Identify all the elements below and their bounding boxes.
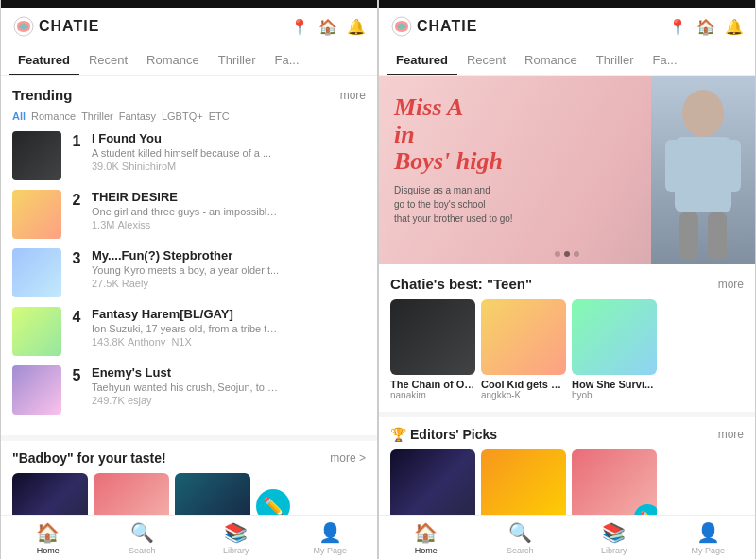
editor-thumb-1 — [390, 449, 475, 515]
trending-item-2[interactable]: 2 THEIR DESIRE One girl and three guys -… — [12, 190, 366, 239]
trending-item-4[interactable]: 4 Fantasy Harem[BL/GAY] Ion Suzuki, 17 y… — [12, 307, 366, 356]
trending-author-4: Anthony_N1X — [128, 336, 192, 347]
hero-dots — [555, 251, 579, 257]
editor-book-2[interactable]: Love On A Plane kairo_033 — [481, 449, 566, 515]
trending-thumb-2 — [12, 190, 61, 239]
teen-book-3[interactable]: How She Survi... hyob — [572, 299, 657, 400]
editor-book-3[interactable]: ✏️ Claimed by a W... ACIEE — [572, 449, 657, 515]
teen-book-2[interactable]: Cool Kid gets Bull... angkko-K — [481, 299, 566, 400]
store-icon-right[interactable]: 🏠 — [696, 18, 715, 36]
pin-icon[interactable]: 📍 — [290, 18, 309, 36]
bottom-nav-library-right[interactable]: 📚 Library — [567, 521, 662, 555]
teen-more[interactable]: more — [718, 278, 744, 291]
trending-title-4: Fantasy Harem[BL/GAY] — [92, 307, 366, 321]
editors-more[interactable]: more — [718, 428, 744, 441]
badboy-fab[interactable]: ✏️ — [256, 489, 290, 515]
library-label-right: Library — [601, 546, 627, 555]
teen-book-title-3: How She Survi... — [572, 379, 657, 390]
bottom-nav-mypage-left[interactable]: 👤 My Page — [284, 521, 378, 555]
library-icon-right: 📚 — [602, 521, 626, 544]
content-right: Miss A in Boys' high Disguise as a man a… — [379, 76, 755, 515]
tab-recent-right[interactable]: Recent — [457, 45, 515, 75]
hero-subtitle: Disguise as a man andgo to the boy's sch… — [394, 183, 513, 226]
badboy-book-3[interactable] — [175, 473, 250, 515]
bottom-nav-library-left[interactable]: 📚 Library — [189, 521, 284, 555]
teen-book-thumb-2 — [481, 299, 566, 375]
store-icon[interactable]: 🏠 — [318, 18, 337, 36]
trending-meta-3: 27.5K Raely — [92, 278, 366, 289]
hero-title: Miss A in Boys' high — [394, 94, 513, 176]
hero-dot-2 — [564, 251, 570, 257]
bottom-nav-mypage-right[interactable]: 👤 My Page — [662, 521, 756, 555]
filter-romance[interactable]: Romance — [31, 110, 76, 122]
filter-fantasy[interactable]: Fantasy — [119, 110, 156, 122]
bell-icon[interactable]: 🔔 — [347, 18, 366, 36]
badboy-books: ✏️ — [12, 473, 366, 515]
filter-thriller[interactable]: Thriller — [81, 110, 113, 122]
tab-more-left[interactable]: Fa... — [265, 45, 308, 75]
teen-book-author-3: hyob — [572, 390, 657, 400]
bottom-nav-home-right[interactable]: 🏠 Home — [379, 521, 473, 555]
mypage-icon-left: 👤 — [318, 521, 342, 544]
teen-header: Chatie's best: "Teen" more — [390, 276, 744, 292]
filter-lgbtq[interactable]: LGBTQ+ — [162, 110, 203, 122]
nav-tabs-left: Featured Recent Romance Thriller Fa... — [1, 45, 377, 76]
trending-more[interactable]: more — [340, 89, 366, 102]
header-icons-right: 📍 🏠 🔔 — [668, 18, 744, 36]
hero-banner[interactable]: Miss A in Boys' high Disguise as a man a… — [379, 76, 755, 264]
trending-rank-1: 1 — [69, 133, 84, 150]
tab-featured-left[interactable]: Featured — [9, 45, 79, 75]
bottom-nav-home-left[interactable]: 🏠 Home — [1, 521, 95, 555]
hero-figure — [651, 76, 755, 264]
logo-left: CHATIE — [12, 15, 290, 38]
svg-point-2 — [682, 90, 724, 137]
tab-thriller-right[interactable]: Thriller — [587, 45, 644, 75]
mypage-icon-right: 👤 — [696, 521, 720, 544]
home-icon-left: 🏠 — [36, 521, 60, 544]
trending-thumb-4 — [12, 307, 61, 356]
tab-romance-right[interactable]: Romance — [515, 45, 587, 75]
trending-info-4: Fantasy Harem[BL/GAY] Ion Suzuki, 17 yea… — [92, 307, 366, 347]
badboy-header: "Badboy" for your taste! more > — [12, 450, 366, 466]
left-phone: CHATIE 📍 🏠 🔔 Featured Recent Romance Thr… — [0, 0, 378, 559]
trending-title-5: Enemy's Lust — [92, 365, 366, 380]
trending-header: Trending more — [12, 87, 366, 103]
trending-author-1: ShinichiroM — [122, 161, 176, 172]
trending-title-3: My....Fun(?) Stepbrother — [92, 248, 366, 263]
bottom-nav-search-right[interactable]: 🔍 Search — [473, 521, 568, 555]
filter-all[interactable]: All — [12, 110, 26, 122]
tab-recent-left[interactable]: Recent — [79, 45, 137, 75]
search-icon-left: 🔍 — [130, 521, 154, 544]
tab-featured-right[interactable]: Featured — [387, 45, 457, 75]
home-label-right: Home — [415, 546, 438, 555]
badboy-more[interactable]: more > — [330, 451, 366, 465]
fab-overlay: ✏️ — [634, 504, 657, 515]
logo-text-left: CHATIE — [39, 18, 99, 35]
hero-figure-svg — [651, 76, 755, 264]
editor-thumb-3: ✏️ — [572, 449, 657, 515]
svg-rect-3 — [675, 137, 731, 212]
pin-icon-right[interactable]: 📍 — [668, 18, 687, 36]
trending-item-1[interactable]: 1 I Found You A student killed himself b… — [12, 131, 366, 180]
tab-thriller-left[interactable]: Thriller — [209, 45, 266, 75]
trending-desc-5: Taehyun wanted his crush, Seojun, to n..… — [92, 381, 281, 393]
bell-icon-right[interactable]: 🔔 — [725, 18, 744, 36]
badboy-book-2[interactable] — [94, 473, 169, 515]
filter-etc[interactable]: ETC — [209, 110, 230, 122]
tab-romance-left[interactable]: Romance — [137, 45, 209, 75]
header-icons-left: 📍 🏠 🔔 — [290, 18, 366, 36]
trending-meta-1: 39.0K ShinichiroM — [92, 161, 366, 172]
trending-rank-4: 4 — [69, 309, 84, 326]
tab-more-right[interactable]: Fa... — [643, 45, 686, 75]
teen-book-thumb-1 — [390, 299, 475, 375]
trending-item-5[interactable]: 5 Enemy's Lust Taehyun wanted his crush,… — [12, 365, 366, 415]
bottom-nav-search-left[interactable]: 🔍 Search — [95, 521, 190, 555]
trending-info-1: I Found You A student killed himself bec… — [92, 131, 366, 172]
editor-book-1[interactable]: Brighter Than The... izzy_mayo — [390, 449, 475, 515]
teen-book-1[interactable]: The Chain of Obs... nanakim — [390, 299, 475, 400]
trending-item-3[interactable]: 3 My....Fun(?) Stepbrother Young Kyro me… — [12, 248, 366, 297]
svg-rect-4 — [665, 140, 682, 192]
editor-fab[interactable]: ✏️ — [634, 504, 657, 515]
logo-text-right: CHATIE — [417, 18, 477, 35]
badboy-book-1[interactable] — [12, 473, 88, 515]
